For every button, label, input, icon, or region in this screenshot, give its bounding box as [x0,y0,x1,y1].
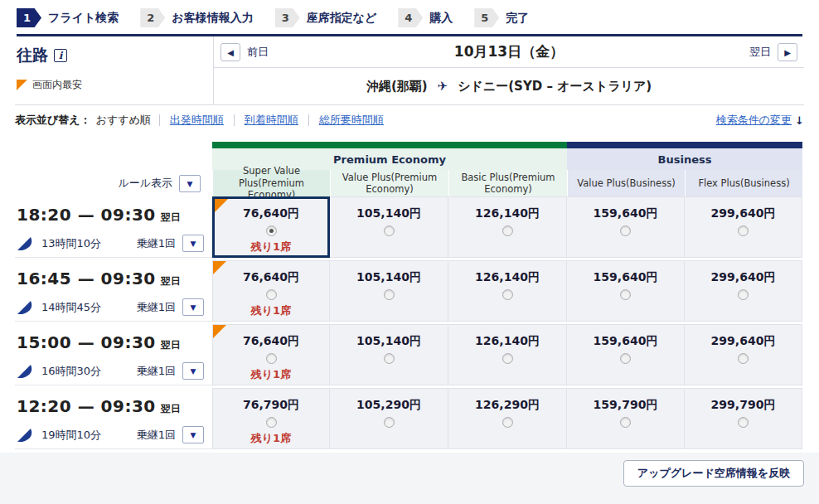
fare-radio[interactable] [738,289,749,300]
fare-radio[interactable] [620,289,631,300]
ana-logo-icon [17,363,35,379]
plane-icon: ✈ [438,79,448,94]
fare-cell[interactable]: 126,140円 [448,260,567,322]
fare-cell[interactable]: 76,790円 残り1席 [212,388,330,449]
fare-cell[interactable]: 105,140円 [330,324,448,385]
fare-radio[interactable] [384,289,395,300]
date-route-panel: ◀ 前日 10月13日（金） 翌日 ▶ 沖縄(那覇) ✈ シドニー(SYD – … [214,36,804,104]
step-label: お客様情報入力 [172,11,253,26]
fare-cell[interactable]: 126,140円 [448,196,567,258]
direction-title: 往路 [17,45,48,66]
info-icon[interactable]: i [54,49,67,62]
prev-day-label[interactable]: 前日 [247,45,269,60]
fare-radio[interactable] [502,225,513,236]
fare-radio[interactable] [266,225,277,236]
step-number-badge: 3 [275,8,300,27]
flight-row: 12:20 — 09:30翌日 19時間10分 乗継1回 ▼ 76,790円 残… [15,388,802,449]
rule-display-dropdown[interactable]: ▼ [179,175,201,192]
fare-cell[interactable]: 159,640円 [567,324,685,385]
fare-cell[interactable]: 105,290円 [330,388,448,449]
fare-price: 76,790円 [213,398,329,413]
fare-price: 126,140円 [448,206,566,221]
fare-radio[interactable] [738,417,749,428]
fare-cell[interactable]: 299,790円 [685,388,802,449]
fare-radio[interactable] [384,225,395,236]
column-header-basic-plus-pe: Basic Plus(Premium Economy) [448,170,567,196]
next-day-label[interactable]: 翌日 [749,45,771,60]
fare-price: 159,640円 [567,270,684,285]
flight-detail-dropdown[interactable]: ▼ [182,362,204,380]
flight-duration: 16時間30分 [41,364,101,379]
seats-left-note: 残り1席 [213,367,329,382]
sort-current-recommended: おすすめ順 [96,113,151,128]
column-header-super-value-plus: Super Value Plus(Premium Economy) [212,170,330,196]
flight-detail-dropdown[interactable]: ▼ [182,426,204,443]
flight-duration: 13時間10分 [41,236,101,251]
fare-cell[interactable]: 126,290円 [448,388,567,449]
fare-cell[interactable]: 159,640円 [567,196,685,258]
fare-cell[interactable]: 105,140円 [330,196,448,258]
sort-by-duration-link[interactable]: 総所要時間順 [319,113,384,128]
fare-cell[interactable]: 299,640円 [685,260,802,322]
fare-cell[interactable]: 299,640円 [685,324,802,385]
fare-radio[interactable] [266,289,277,300]
prev-day-button[interactable]: ◀ [220,43,240,61]
flight-duration: 19時間10分 [41,428,101,443]
flight-detail-dropdown[interactable]: ▼ [182,298,204,316]
seats-left-note: 残り1席 [213,431,329,446]
fare-radio[interactable] [384,353,395,364]
step-complete: 5 完了 [474,8,529,27]
fare-cell-selected[interactable]: 76,640円 残り1席 [212,196,330,258]
fare-price: 159,640円 [567,334,684,349]
flight-times: 15:00 — 09:30 [17,332,156,352]
flight-duration: 14時間45分 [41,300,101,315]
step-number-badge: 4 [398,8,423,27]
fare-radio[interactable] [620,353,631,364]
fare-price: 159,640円 [567,206,684,221]
sort-by-departure-link[interactable]: 出発時間順 [170,113,224,128]
divider [308,114,309,126]
fare-radio[interactable] [738,353,749,364]
fare-radio[interactable] [266,417,277,428]
fare-radio[interactable] [384,417,395,428]
flight-detail-dropdown[interactable]: ▼ [182,235,204,252]
fare-radio[interactable] [502,289,513,300]
next-day-mark: 翌日 [161,211,181,223]
fare-radio[interactable] [738,225,749,236]
column-header-flex-plus-biz: Flex Plus(Business) [685,170,802,196]
down-arrow-icon: ↓ [795,114,804,127]
lowest-price-legend: 画面内最安 [32,78,82,92]
next-day-mark: 翌日 [161,403,181,414]
fare-radio[interactable] [620,417,631,428]
footer: アップグレード空席情報を反映 [0,453,819,504]
fare-cell[interactable]: 105,140円 [330,260,448,322]
flight-info: 16:45 — 09:30翌日 14時間45分 乗継1回 ▼ [15,260,212,322]
step-number-badge: 1 [17,8,41,27]
fare-radio[interactable] [620,225,631,236]
fare-cell[interactable]: 159,790円 [567,388,685,449]
divider [159,114,160,126]
direction-panel: 往路 i 画面内最安 [15,36,214,104]
upgrade-availability-button[interactable]: アップグレード空席情報を反映 [623,460,804,487]
fare-price: 299,640円 [685,270,802,285]
premium-economy-bar [212,142,567,148]
step-passenger-info: 2 お客様情報入力 [140,8,253,27]
fare-cell[interactable]: 76,640円 残り1席 [212,260,330,322]
divider [234,114,235,126]
fare-radio[interactable] [502,353,513,364]
next-day-mark: 翌日 [161,275,181,287]
fare-cell[interactable]: 76,640円 残り1席 [212,324,330,385]
fare-radio[interactable] [266,353,277,364]
business-bar [567,142,802,148]
fare-cell[interactable]: 159,640円 [567,260,685,322]
next-day-button[interactable]: ▶ [778,43,797,61]
cabin-group-row: Premium Economy Business [15,148,802,170]
fare-radio[interactable] [502,417,513,428]
fare-price: 126,290円 [448,398,566,413]
step-navigation: 1 フライト検索 2 お客様情報入力 3 座席指定など 4 購入 5 完了 [15,0,804,32]
fare-cell[interactable]: 299,640円 [685,196,802,258]
fare-cell[interactable]: 126,140円 [448,324,567,385]
sort-by-arrival-link[interactable]: 到着時間順 [245,113,298,128]
fare-table: Premium Economy Business ルール表示 ▼ Super V… [15,142,802,449]
change-search-conditions-link[interactable]: 検索条件の変更 [716,113,792,128]
